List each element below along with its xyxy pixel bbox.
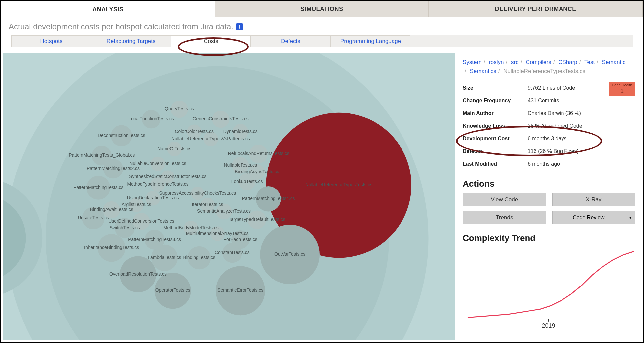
bubble-node[interactable]: [231, 230, 250, 249]
bubble-node[interactable]: [188, 246, 211, 269]
tab-delivery-performance[interactable]: DELIVERY PERFORMANCE: [429, 1, 643, 17]
detail-freq-val: 431 Commits: [528, 98, 559, 104]
bubble-node[interactable]: [167, 142, 182, 156]
subtab-costs[interactable]: Costs: [171, 35, 251, 47]
subtab-programming-language[interactable]: Programming Language: [331, 35, 410, 47]
bubble-node[interactable]: [256, 186, 281, 211]
code-review-button[interactable]: Code Review: [552, 211, 626, 224]
bubble-node[interactable]: [86, 176, 110, 199]
bubble-node[interactable]: [111, 125, 132, 146]
code-review-dropdown[interactable]: ▾: [625, 211, 635, 224]
add-icon[interactable]: ＋: [236, 23, 243, 30]
bubble-node[interactable]: [216, 204, 232, 220]
bubble-node[interactable]: [129, 198, 144, 212]
detail-freq-key: Change Frequency: [463, 98, 528, 104]
bubble-node[interactable]: [151, 157, 165, 171]
bubble-node[interactable]: [133, 213, 150, 230]
complexity-trend-header: Complexity Trend: [463, 233, 635, 243]
bubble-node[interactable]: [98, 234, 125, 262]
code-health-value: 1: [609, 88, 635, 95]
bubble-node[interactable]: [232, 157, 249, 174]
crumb-semantics[interactable]: Semantics: [470, 68, 496, 74]
bubble-chart[interactable]: NullableReferenceTypesTests.csOutVarTest…: [3, 53, 455, 340]
detail-author-val: Charles Darwin (36 %): [528, 110, 581, 116]
detail-author-key: Main Author: [463, 110, 528, 116]
breadcrumb: System/ roslyn/ src/ Compilers/ CSharp/ …: [463, 58, 635, 76]
bubble-node[interactable]: [103, 201, 120, 219]
bubble-node[interactable]: [184, 221, 198, 235]
complexity-trend-chart[interactable]: 2019: [463, 248, 635, 331]
bubble-node[interactable]: [216, 266, 265, 315]
bubble-node[interactable]: [171, 101, 188, 118]
detail-devcost-key: Development Cost: [463, 136, 528, 142]
bubble-node[interactable]: [92, 146, 112, 166]
detail-lastmod-val: 6 months ago: [528, 161, 560, 167]
chevron-down-icon: ▾: [629, 215, 631, 220]
bubble-node[interactable]: [200, 198, 215, 212]
detail-size-val: 9,762 Lines of Code: [528, 85, 575, 91]
view-code-button[interactable]: View Code: [463, 193, 546, 206]
trends-button[interactable]: Trends: [463, 211, 546, 224]
subtab-spacer: [410, 35, 633, 47]
bubble-node[interactable]: [249, 145, 268, 163]
crumb-system[interactable]: System: [463, 59, 482, 65]
detail-lastmod-key: Last Modified: [463, 161, 528, 167]
bubble-node[interactable]: [204, 132, 218, 146]
tab-simulations[interactable]: SIMULATIONS: [215, 1, 429, 17]
bubble-node[interactable]: [187, 124, 202, 139]
bubble-node[interactable]: [145, 230, 165, 250]
bubble-node[interactable]: [248, 211, 266, 229]
bubble-node[interactable]: [120, 256, 156, 292]
crumb-file: NullableReferenceTypesTests.cs: [503, 68, 585, 74]
subtab-hotspots[interactable]: Hotspots: [11, 35, 91, 47]
page-subtitle: Actual development costs per hotspot cal…: [9, 22, 233, 31]
crumb-test[interactable]: Test: [584, 59, 595, 65]
crumb-src[interactable]: src: [511, 59, 519, 65]
code-health-badge[interactable]: Code Health 1: [609, 82, 635, 96]
tab-analysis[interactable]: ANALYSIS: [1, 1, 215, 17]
detail-kloss-val: 25 % Abandoned Code: [528, 123, 582, 129]
detail-defects-key: Defects: [463, 148, 528, 154]
bubble-node[interactable]: [212, 111, 229, 128]
trend-xtick: 2019: [542, 322, 555, 329]
bubble-node[interactable]: [142, 110, 161, 129]
detail-size-key: Size: [463, 85, 528, 91]
bubble-node[interactable]: [146, 191, 160, 206]
crumb-roslyn[interactable]: roslyn: [489, 59, 504, 65]
code-health-label: Code Health: [609, 83, 635, 87]
crumb-semantic[interactable]: Semantic: [602, 59, 626, 65]
bubble-node[interactable]: [260, 225, 320, 284]
bubble-node[interactable]: [249, 164, 265, 180]
xray-button[interactable]: X-Ray: [552, 193, 636, 206]
bubble-node[interactable]: [155, 273, 191, 309]
bubble-node[interactable]: [233, 124, 248, 140]
subtab-refactoring-targets[interactable]: Refactoring Targets: [91, 35, 171, 47]
bubble-node[interactable]: [191, 187, 204, 200]
actions-header: Actions: [463, 179, 635, 189]
bubble-node[interactable]: [115, 218, 135, 238]
detail-kloss-key: Knowledge Loss: [463, 123, 528, 129]
bubble-node[interactable]: [82, 207, 105, 230]
subtab-defects[interactable]: Defects: [251, 35, 331, 47]
detail-defects-val: 116 (26 % Bug Fixes): [528, 148, 579, 154]
crumb-compilers[interactable]: Compilers: [526, 59, 551, 65]
crumb-csharp[interactable]: CSharp: [558, 59, 577, 65]
bubble-node[interactable]: [210, 226, 225, 241]
bubble-node[interactable]: [161, 170, 174, 183]
detail-devcost-val: 6 months 3 days: [528, 136, 566, 142]
